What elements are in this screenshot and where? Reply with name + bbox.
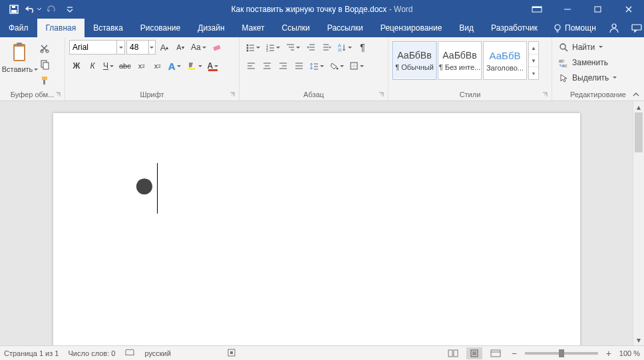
style-no-spacing[interactable]: АаБбВв ¶ Без инте... bbox=[438, 41, 482, 80]
gallery-more[interactable]: ▾ bbox=[529, 67, 538, 79]
redo-button[interactable] bbox=[43, 1, 60, 18]
text-effects-button[interactable]: A bbox=[166, 59, 183, 73]
view-web[interactable] bbox=[488, 347, 504, 359]
font-name-combo[interactable] bbox=[69, 40, 125, 55]
svg-point-64 bbox=[337, 68, 339, 70]
save-button[interactable] bbox=[5, 1, 23, 18]
increase-indent-button[interactable] bbox=[319, 40, 334, 55]
highlight-button[interactable] bbox=[184, 59, 204, 73]
zoom-out[interactable]: − bbox=[509, 348, 520, 359]
maximize-button[interactable] bbox=[583, 0, 613, 19]
gallery-down[interactable]: ▼ bbox=[529, 55, 538, 67]
account-button[interactable] bbox=[603, 19, 625, 37]
ribbon-options-button[interactable] bbox=[522, 0, 552, 19]
font-launcher[interactable] bbox=[228, 91, 236, 99]
styles-launcher[interactable] bbox=[541, 91, 549, 99]
change-case-button[interactable]: Aa bbox=[189, 40, 208, 55]
superscript-button[interactable]: x2 bbox=[150, 59, 165, 73]
gallery-up[interactable]: ▲ bbox=[529, 42, 538, 55]
grow-font-button[interactable]: A▴ bbox=[157, 40, 172, 55]
line-spacing-button[interactable] bbox=[307, 59, 326, 73]
paragraph-launcher[interactable] bbox=[377, 91, 385, 99]
tab-insert[interactable]: Вставка bbox=[84, 19, 132, 37]
shrink-font-button[interactable]: A▾ bbox=[173, 40, 188, 55]
view-read[interactable] bbox=[445, 347, 461, 359]
view-print[interactable] bbox=[466, 347, 482, 359]
tab-view[interactable]: Вид bbox=[450, 19, 482, 37]
tab-home[interactable]: Главная bbox=[37, 19, 85, 37]
vertical-scrollbar[interactable]: ▴ ▾ bbox=[633, 101, 644, 345]
zoom-thumb[interactable] bbox=[559, 349, 564, 357]
status-proofing[interactable] bbox=[124, 348, 135, 359]
zoom-in[interactable]: + bbox=[603, 348, 614, 359]
close-button[interactable] bbox=[613, 0, 644, 19]
select-button[interactable]: Выделить bbox=[556, 71, 619, 85]
paste-button[interactable]: Вставить bbox=[4, 40, 36, 85]
collapse-ribbon-button[interactable] bbox=[631, 90, 641, 99]
tab-developer[interactable]: Разработчик bbox=[482, 19, 546, 37]
svg-point-28 bbox=[247, 47, 249, 49]
cut-button[interactable] bbox=[37, 41, 52, 56]
bullets-button[interactable] bbox=[243, 40, 262, 55]
font-name-input[interactable] bbox=[70, 41, 116, 54]
bucket-icon bbox=[329, 61, 339, 71]
svg-rect-23 bbox=[213, 45, 220, 51]
strikethrough-button[interactable]: abc bbox=[117, 59, 133, 73]
status-language[interactable]: русский bbox=[144, 349, 170, 357]
tab-review[interactable]: Рецензирование bbox=[372, 19, 451, 37]
numbering-button[interactable]: 123 bbox=[263, 40, 282, 55]
share-button[interactable] bbox=[625, 19, 644, 37]
scroll-thumb[interactable] bbox=[635, 112, 643, 152]
sort-button[interactable]: AЯ bbox=[335, 40, 354, 55]
align-right-button[interactable] bbox=[275, 59, 290, 73]
show-marks-button[interactable]: ¶ bbox=[355, 40, 370, 55]
tab-references[interactable]: Ссылки bbox=[273, 19, 319, 37]
multilevel-button[interactable] bbox=[283, 40, 302, 55]
copy-button[interactable] bbox=[37, 57, 52, 72]
subscript-button[interactable]: x2 bbox=[134, 59, 149, 73]
underline-button[interactable]: Ч bbox=[101, 59, 116, 73]
justify-button[interactable] bbox=[291, 59, 306, 73]
clipboard-launcher[interactable] bbox=[54, 91, 62, 99]
decrease-indent-button[interactable] bbox=[303, 40, 318, 55]
find-button[interactable]: Найти bbox=[556, 40, 619, 55]
status-macro[interactable] bbox=[227, 348, 236, 359]
qat-customize-button[interactable] bbox=[61, 1, 79, 18]
tab-file[interactable]: Файл bbox=[0, 19, 37, 37]
status-words[interactable]: Число слов: 0 bbox=[68, 349, 115, 357]
minimize-button[interactable] bbox=[552, 0, 583, 19]
font-size-arrow[interactable] bbox=[148, 41, 155, 54]
font-size-combo[interactable] bbox=[126, 40, 156, 55]
undo-button[interactable] bbox=[24, 1, 41, 18]
document-content[interactable]: ● bbox=[133, 163, 158, 214]
group-clipboard: Вставить Буфер обм... bbox=[0, 37, 65, 100]
svg-text:3: 3 bbox=[266, 49, 268, 52]
borders-button[interactable] bbox=[347, 59, 366, 73]
multilevel-icon bbox=[285, 43, 295, 52]
zoom-slider[interactable] bbox=[525, 352, 598, 355]
scroll-up[interactable]: ▴ bbox=[633, 101, 644, 112]
align-left-button[interactable] bbox=[243, 59, 258, 73]
font-name-arrow[interactable] bbox=[116, 41, 124, 54]
replace-button[interactable]: abac Заменить bbox=[556, 55, 619, 70]
cursor-icon bbox=[559, 73, 568, 83]
align-center-button[interactable] bbox=[259, 59, 274, 73]
page[interactable]: ● bbox=[53, 113, 580, 345]
clear-formatting-button[interactable] bbox=[210, 40, 224, 55]
style-heading1[interactable]: АаБбВ Заголово... bbox=[483, 41, 527, 80]
font-color-button[interactable]: A bbox=[206, 59, 221, 73]
format-painter-button[interactable] bbox=[37, 73, 52, 88]
style-normal[interactable]: АаБбВв ¶ Обычный bbox=[393, 41, 436, 80]
tab-design[interactable]: Дизайн bbox=[189, 19, 233, 37]
bold-button[interactable]: Ж bbox=[69, 59, 84, 73]
tell-me-button[interactable]: Помощн bbox=[546, 19, 603, 37]
font-size-input[interactable] bbox=[127, 41, 148, 54]
tab-draw[interactable]: Рисование bbox=[132, 19, 189, 37]
status-page[interactable]: Страница 1 из 1 bbox=[4, 349, 59, 357]
italic-button[interactable]: К bbox=[85, 59, 100, 73]
tab-layout[interactable]: Макет bbox=[234, 19, 273, 37]
tab-mailings[interactable]: Рассылки bbox=[319, 19, 372, 37]
scroll-down[interactable]: ▾ bbox=[633, 334, 644, 345]
zoom-level[interactable]: 100 % bbox=[619, 349, 640, 357]
shading-button[interactable] bbox=[327, 59, 346, 73]
